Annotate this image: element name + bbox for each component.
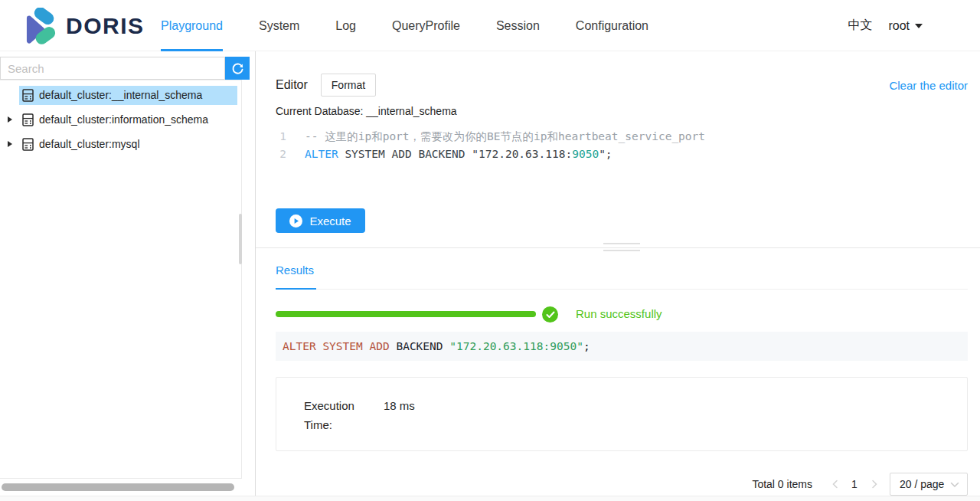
tab-results[interactable]: Results <box>276 264 314 277</box>
refresh-button[interactable] <box>225 57 250 80</box>
nav-item-system[interactable]: System <box>259 0 299 51</box>
username: root <box>888 19 910 33</box>
chevron-down-icon <box>950 478 959 490</box>
execute-button[interactable]: Execute <box>276 208 365 233</box>
execution-time-label: Execution Time: <box>304 396 365 434</box>
database-icon <box>22 89 34 102</box>
caret-down-icon <box>915 24 923 28</box>
progress-bar <box>276 311 536 317</box>
prev-page-icon[interactable] <box>825 480 844 489</box>
database-icon <box>22 113 34 126</box>
nav-item-log[interactable]: Log <box>335 0 356 51</box>
doris-logo-icon <box>21 8 58 44</box>
tree-item-information-schema[interactable]: default_cluster:information_schema <box>0 107 241 132</box>
refresh-icon <box>231 62 244 75</box>
split-divider <box>256 247 980 248</box>
execution-time-panel: Execution Time: 18 ms <box>276 377 968 451</box>
sql-editor[interactable]: 1 -- 这里的ip和port，需要改为你的BE节点的ip和heartbeat_… <box>276 128 705 163</box>
editor-line-1: 1 -- 这里的ip和port，需要改为你的BE节点的ip和heartbeat_… <box>276 128 705 146</box>
user-menu[interactable]: root <box>888 19 923 33</box>
database-icon <box>22 138 34 151</box>
main-content: Editor Format Clear the editor Current D… <box>256 51 980 501</box>
pagination: Total 0 items 1 20 / page <box>752 472 968 496</box>
execution-time-value: 18 ms <box>384 396 415 415</box>
tree-item-mysql[interactable]: default_cluster:mysql <box>0 132 241 156</box>
horizontal-scrollbar[interactable] <box>2 483 234 491</box>
nav-item-playground[interactable]: Playground <box>161 0 223 51</box>
run-status-text: Run successfully <box>576 307 662 320</box>
nav-item-configuration[interactable]: Configuration <box>576 0 648 51</box>
line-number: 2 <box>276 146 286 163</box>
results-tab-underline <box>276 288 316 290</box>
bottom-strip <box>0 496 980 501</box>
editor-line-2: 2 ALTER SYSTEM ADD BACKEND "172.20.63.11… <box>276 146 705 163</box>
expand-caret-icon[interactable] <box>0 116 19 123</box>
search-input[interactable] <box>0 57 225 80</box>
pagination-total: Total 0 items <box>752 478 812 490</box>
language-switch[interactable]: 中文 <box>848 18 872 34</box>
vertical-scrollbar[interactable] <box>239 214 242 264</box>
executed-sql-box: ALTER SYSTEM ADD BACKEND "172.20.63.118:… <box>276 332 968 361</box>
play-icon <box>289 214 302 228</box>
tree-item-internal-schema[interactable]: default_cluster:__internal_schema <box>0 83 241 107</box>
nav-item-queryprofile[interactable]: QueryProfile <box>392 0 460 51</box>
header-right: 中文 root <box>848 0 923 51</box>
results-tab-border <box>276 289 968 290</box>
doris-logo[interactable]: DORIS <box>21 7 145 45</box>
current-database-label: Current Database: __internal_schema <box>276 105 457 117</box>
main-nav: Playground System Log QueryProfile Sessi… <box>161 0 648 51</box>
format-button[interactable]: Format <box>321 74 376 97</box>
tree-item-selected: default_cluster:__internal_schema <box>19 86 237 105</box>
top-navbar: DORIS Playground System Log QueryProfile… <box>0 0 980 51</box>
nav-item-session[interactable]: Session <box>496 0 540 51</box>
database-tree: default_cluster:__internal_schema defaul… <box>0 80 242 479</box>
expand-caret-icon[interactable] <box>0 141 19 147</box>
brand-text: DORIS <box>66 13 145 39</box>
success-check-icon <box>542 306 558 323</box>
next-page-icon[interactable] <box>865 480 884 489</box>
page-size-select[interactable]: 20 / page <box>890 473 968 496</box>
pagination-current-page[interactable]: 1 <box>844 478 865 490</box>
line-number: 1 <box>276 128 286 146</box>
editor-title: Editor <box>276 78 308 92</box>
editor-toolbar: Editor Format Clear the editor <box>276 74 968 97</box>
clear-editor-link[interactable]: Clear the editor <box>889 79 968 92</box>
